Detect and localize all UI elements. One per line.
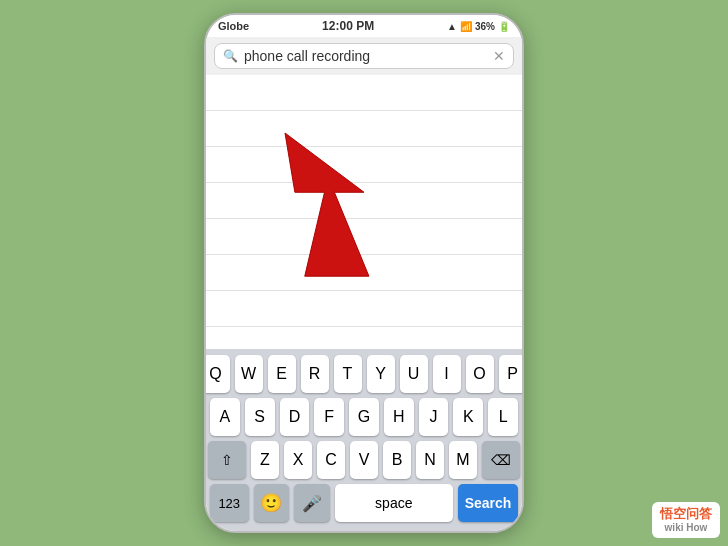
- result-line: [206, 219, 522, 255]
- key-m[interactable]: M: [449, 441, 477, 479]
- key-b[interactable]: B: [383, 441, 411, 479]
- key-t[interactable]: T: [334, 355, 362, 393]
- key-r[interactable]: R: [301, 355, 329, 393]
- key-e[interactable]: E: [268, 355, 296, 393]
- keyboard: Q W E R T Y U I O P A S D F G H J K L ⇧ …: [206, 349, 522, 531]
- result-line: [206, 255, 522, 291]
- key-p[interactable]: P: [499, 355, 525, 393]
- key-g[interactable]: G: [349, 398, 379, 436]
- keyboard-row-1: Q W E R T Y U I O P: [210, 355, 518, 393]
- wikihow-badge: 悟空问答 wiki How: [652, 502, 720, 538]
- key-j[interactable]: J: [419, 398, 449, 436]
- search-bar-area: 🔍 phone call recording ✕: [206, 37, 522, 75]
- signal-icon: ▲: [447, 21, 457, 32]
- search-bar[interactable]: 🔍 phone call recording ✕: [214, 43, 514, 69]
- key-l[interactable]: L: [488, 398, 518, 436]
- time-label: 12:00 PM: [322, 19, 374, 33]
- key-x[interactable]: X: [284, 441, 312, 479]
- key-h[interactable]: H: [384, 398, 414, 436]
- key-u[interactable]: U: [400, 355, 428, 393]
- search-magnifier-icon: 🔍: [223, 49, 238, 63]
- key-i[interactable]: I: [433, 355, 461, 393]
- key-q[interactable]: Q: [204, 355, 230, 393]
- numbers-key[interactable]: 123: [210, 484, 249, 522]
- wikihow-bottom-text: wiki How: [665, 522, 708, 534]
- key-w[interactable]: W: [235, 355, 263, 393]
- key-s[interactable]: S: [245, 398, 275, 436]
- key-n[interactable]: N: [416, 441, 444, 479]
- key-f[interactable]: F: [314, 398, 344, 436]
- key-z[interactable]: Z: [251, 441, 279, 479]
- key-o[interactable]: O: [466, 355, 494, 393]
- key-d[interactable]: D: [280, 398, 310, 436]
- result-line: [206, 111, 522, 147]
- key-y[interactable]: Y: [367, 355, 395, 393]
- emoji-key[interactable]: 🙂: [254, 484, 290, 522]
- search-clear-button[interactable]: ✕: [493, 48, 505, 64]
- wifi-icon: 📶: [460, 21, 472, 32]
- space-key[interactable]: space: [335, 484, 453, 522]
- battery-icon: 🔋: [498, 21, 510, 32]
- battery-label: ▲ 📶 36% 🔋: [447, 21, 510, 32]
- search-query-text[interactable]: phone call recording: [244, 48, 487, 64]
- battery-percent: 36%: [475, 21, 495, 32]
- result-line: [206, 183, 522, 219]
- status-bar: Globe 12:00 PM ▲ 📶 36% 🔋: [206, 15, 522, 37]
- shift-key[interactable]: ⇧: [208, 441, 246, 479]
- search-button[interactable]: Search: [458, 484, 518, 522]
- results-area: [206, 75, 522, 349]
- carrier-label: Globe: [218, 20, 249, 32]
- result-line: [206, 75, 522, 111]
- microphone-key[interactable]: 🎤: [294, 484, 330, 522]
- key-k[interactable]: K: [453, 398, 483, 436]
- keyboard-row-3: ⇧ Z X C V B N M ⌫: [210, 441, 518, 479]
- wikihow-top-text: 悟空问答: [660, 506, 712, 522]
- phone-frame: Globe 12:00 PM ▲ 📶 36% 🔋 🔍 phone call re…: [204, 13, 524, 533]
- key-c[interactable]: C: [317, 441, 345, 479]
- key-a[interactable]: A: [210, 398, 240, 436]
- result-line: [206, 147, 522, 183]
- key-v[interactable]: V: [350, 441, 378, 479]
- keyboard-row-4: 123 🙂 🎤 space Search: [210, 484, 518, 522]
- result-line: [206, 291, 522, 327]
- result-line: [206, 327, 522, 349]
- keyboard-row-2: A S D F G H J K L: [210, 398, 518, 436]
- delete-key[interactable]: ⌫: [482, 441, 520, 479]
